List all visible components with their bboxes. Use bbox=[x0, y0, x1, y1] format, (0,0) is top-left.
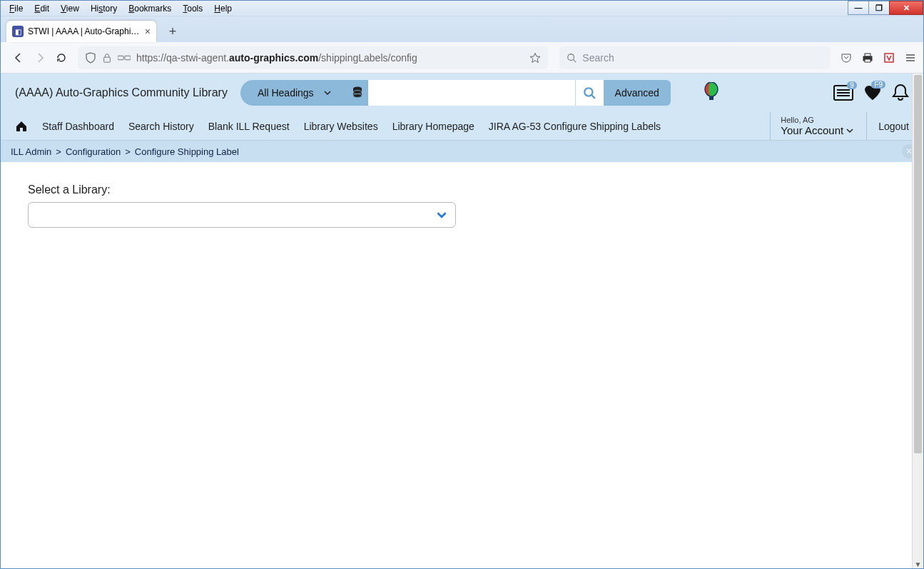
nav-library-websites[interactable]: Library Websites bbox=[304, 121, 378, 132]
breadcrumb-current: Configure Shipping Label bbox=[135, 146, 239, 157]
bell-icon bbox=[892, 84, 909, 102]
balloon-icon[interactable] bbox=[704, 82, 719, 104]
svg-line-4 bbox=[574, 59, 577, 62]
tab-favicon: ◧ bbox=[12, 26, 24, 37]
your-account-label: Your Account bbox=[781, 124, 853, 136]
header-icons: 9 F9 bbox=[833, 84, 909, 102]
library-select[interactable] bbox=[28, 202, 456, 228]
scroll-down-arrow[interactable]: ▼ bbox=[913, 558, 923, 569]
breadcrumb-sep: > bbox=[125, 146, 131, 157]
svg-point-13 bbox=[353, 91, 362, 94]
tab-close-icon[interactable]: × bbox=[145, 26, 151, 37]
maximize-button[interactable]: ❐ bbox=[868, 1, 890, 15]
svg-rect-0 bbox=[104, 57, 111, 62]
bookmark-star-icon[interactable] bbox=[529, 52, 541, 64]
back-button[interactable] bbox=[8, 47, 29, 69]
logout-link[interactable]: Logout bbox=[866, 112, 909, 140]
search-icon bbox=[567, 53, 577, 63]
pocket-icon[interactable] bbox=[841, 52, 852, 64]
permissions-icon bbox=[118, 53, 131, 63]
window-close-button[interactable]: ✕ bbox=[889, 1, 923, 15]
svg-line-16 bbox=[592, 95, 595, 99]
menu-edit[interactable]: Edit bbox=[29, 2, 55, 15]
browser-menu-bar: File Edit View History Bookmarks Tools H… bbox=[1, 1, 923, 16]
tab-strip: ◧ STWI | AAAA | Auto-Graphics In × + bbox=[1, 16, 923, 42]
toolbar-right bbox=[841, 52, 916, 64]
breadcrumb-bar: ILL Admin > Configuration > Configure Sh… bbox=[1, 141, 923, 162]
nav-staff-dashboard[interactable]: Staff Dashboard bbox=[42, 121, 114, 132]
nav-blank-ill[interactable]: Blank ILL Request bbox=[208, 121, 290, 132]
scrollbar-thumb[interactable] bbox=[914, 75, 922, 453]
catalog-search-input[interactable] bbox=[368, 80, 575, 106]
new-tab-button[interactable]: + bbox=[162, 21, 183, 42]
extension-icon[interactable] bbox=[883, 52, 895, 64]
account-area: Hello, AG Your Account Logout bbox=[770, 112, 909, 140]
nav-search-history[interactable]: Search History bbox=[128, 121, 194, 132]
favorites-icon-wrap[interactable]: F9 bbox=[863, 84, 882, 101]
nav-jira-link[interactable]: JIRA AG-53 Configure Shipping Labels bbox=[489, 121, 661, 132]
svg-rect-2 bbox=[125, 56, 131, 59]
svg-point-14 bbox=[353, 94, 362, 98]
minimize-button[interactable]: — bbox=[848, 1, 869, 15]
headings-dropdown[interactable]: All Headings bbox=[240, 80, 347, 106]
svg-rect-1 bbox=[118, 56, 123, 59]
catalog-search-button[interactable] bbox=[575, 80, 604, 106]
menu-bookmarks[interactable]: Bookmarks bbox=[123, 2, 177, 15]
hamburger-menu-icon[interactable] bbox=[905, 52, 916, 64]
browser-search-box[interactable]: Search bbox=[559, 46, 831, 69]
select-library-label: Select a Library: bbox=[28, 183, 896, 196]
favorites-badge: F9 bbox=[871, 81, 885, 89]
notifications-icon[interactable] bbox=[892, 84, 909, 102]
page-viewport: (AAAA) Auto-Graphics Community Library A… bbox=[1, 74, 923, 569]
menu-history[interactable]: History bbox=[85, 2, 123, 15]
search-placeholder: Search bbox=[582, 52, 614, 64]
forward-button[interactable] bbox=[29, 47, 51, 69]
home-icon[interactable] bbox=[15, 121, 28, 132]
svg-rect-5 bbox=[865, 54, 870, 56]
chevron-down-icon bbox=[437, 210, 447, 220]
url-text: https://qa-stwi-agent.auto-graphics.com/… bbox=[136, 52, 524, 64]
svg-rect-19 bbox=[709, 96, 714, 100]
menu-view[interactable]: View bbox=[55, 2, 85, 15]
window-controls: — ❐ ✕ bbox=[848, 1, 923, 15]
url-bar: https://qa-stwi-agent.auto-graphics.com/… bbox=[1, 42, 923, 74]
list-icon-wrap[interactable]: 9 bbox=[833, 85, 853, 101]
shield-icon bbox=[85, 52, 96, 64]
advanced-search-button[interactable]: Advanced bbox=[604, 80, 671, 106]
reload-button[interactable] bbox=[51, 47, 72, 69]
menu-tools[interactable]: Tools bbox=[177, 2, 208, 15]
menu-file[interactable]: File bbox=[4, 2, 29, 15]
chevron-down-icon bbox=[324, 89, 331, 96]
account-dropdown[interactable]: Hello, AG Your Account bbox=[770, 112, 853, 140]
nav-row: Staff Dashboard Search History Blank ILL… bbox=[1, 112, 923, 141]
svg-point-3 bbox=[568, 54, 574, 60]
lock-icon bbox=[102, 53, 112, 63]
tab-title: STWI | AAAA | Auto-Graphics In bbox=[28, 26, 141, 36]
chevron-down-icon bbox=[846, 127, 853, 134]
vertical-scrollbar[interactable]: ▲ ▼ bbox=[912, 74, 923, 569]
list-badge: 9 bbox=[847, 81, 857, 89]
nav-library-homepage[interactable]: Library Homepage bbox=[392, 121, 474, 132]
hello-text: Hello, AG bbox=[781, 116, 853, 124]
main-content: Select a Library: bbox=[1, 162, 923, 249]
catalog-search-group: All Headings Advanced bbox=[240, 80, 671, 106]
svg-rect-7 bbox=[865, 59, 870, 62]
database-icon[interactable] bbox=[347, 80, 368, 106]
print-icon[interactable] bbox=[862, 52, 873, 64]
app-header: (AAAA) Auto-Graphics Community Library A… bbox=[1, 74, 923, 112]
headings-label: All Headings bbox=[258, 87, 314, 99]
menu-help[interactable]: Help bbox=[208, 2, 238, 15]
breadcrumb-configuration[interactable]: Configuration bbox=[66, 146, 121, 157]
address-bar[interactable]: https://qa-stwi-agent.auto-graphics.com/… bbox=[78, 46, 548, 69]
svg-point-15 bbox=[584, 88, 592, 96]
search-icon bbox=[583, 86, 596, 99]
library-name: (AAAA) Auto-Graphics Community Library bbox=[15, 86, 229, 100]
breadcrumb-illadmin[interactable]: ILL Admin bbox=[11, 146, 51, 157]
breadcrumb-sep: > bbox=[56, 146, 61, 157]
browser-tab[interactable]: ◧ STWI | AAAA | Auto-Graphics In × bbox=[6, 21, 156, 42]
